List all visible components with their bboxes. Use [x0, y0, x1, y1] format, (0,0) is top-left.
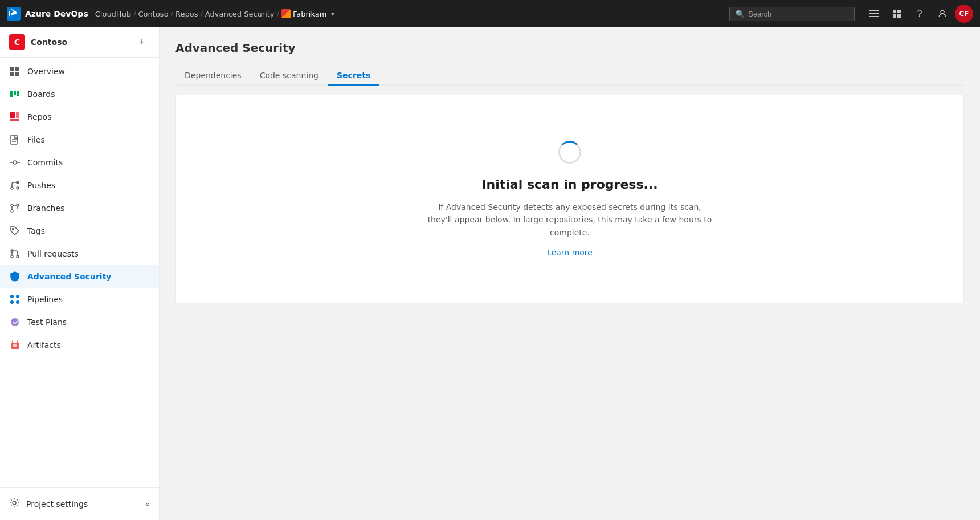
search-box[interactable]: 🔍: [729, 7, 855, 21]
search-input[interactable]: [748, 10, 839, 18]
learn-more-link[interactable]: Learn more: [547, 248, 593, 257]
breadcrumb-repos[interactable]: Repos: [175, 10, 198, 18]
svg-point-35: [16, 295, 19, 298]
svg-point-34: [10, 295, 14, 298]
branches-icon: [9, 202, 21, 214]
user-settings-icon[interactable]: [932, 3, 953, 24]
sidebar-item-label-pipelines: Pipelines: [27, 295, 63, 304]
top-nav: Azure DevOps CloudHub / Contoso / Repos …: [0, 0, 980, 27]
svg-rect-5: [893, 14, 896, 18]
scan-title: Initial scan in progress...: [481, 177, 658, 192]
tags-icon: [9, 225, 21, 237]
svg-point-32: [11, 255, 13, 258]
svg-rect-16: [16, 112, 19, 118]
sidebar: C Contoso + Overview: [0, 27, 160, 520]
svg-point-38: [11, 318, 19, 326]
sidebar-item-tags[interactable]: Tags: [0, 220, 159, 242]
sidebar-item-label-pushes: Pushes: [27, 181, 55, 190]
svg-rect-10: [10, 72, 14, 76]
sidebar-item-branches[interactable]: Branches: [0, 197, 159, 220]
sidebar-item-label-artifacts: Artifacts: [27, 340, 61, 350]
svg-rect-11: [15, 72, 19, 76]
page-title: Advanced Security: [175, 41, 964, 55]
repos-icon: [9, 111, 21, 123]
svg-point-27: [11, 204, 13, 206]
org-name: Contoso: [31, 38, 67, 47]
main-layout: C Contoso + Overview: [0, 27, 980, 520]
svg-point-25: [17, 187, 19, 189]
project-settings-left: Project settings: [9, 498, 88, 510]
sidebar-item-label-pull-requests: Pull requests: [27, 249, 79, 258]
devops-logo: [7, 7, 21, 21]
files-icon: [9, 134, 21, 145]
menu-icon[interactable]: [864, 3, 884, 24]
sidebar-item-label-test-plans: Test Plans: [27, 318, 67, 327]
svg-rect-14: [17, 91, 19, 96]
commits-icon: [9, 157, 21, 168]
repo-selector[interactable]: Fabrikam ▾: [281, 9, 334, 18]
sidebar-item-pushes[interactable]: Pushes: [0, 174, 159, 197]
sidebar-item-overview[interactable]: Overview: [0, 60, 159, 83]
pull-requests-icon: [9, 248, 21, 259]
overview-icon: [9, 66, 21, 77]
sidebar-item-pull-requests[interactable]: Pull requests: [0, 242, 159, 265]
sidebar-item-label-tags: Tags: [27, 226, 45, 235]
pipelines-icon: [9, 294, 21, 305]
org-info: C Contoso: [9, 34, 67, 50]
svg-point-37: [10, 300, 14, 304]
settings-icon: [9, 498, 19, 510]
svg-rect-1: [869, 13, 879, 14]
tab-secrets[interactable]: Secrets: [328, 66, 379, 86]
sidebar-item-commits[interactable]: Commits: [0, 151, 159, 174]
artifacts-icon: [9, 339, 21, 351]
content-area: Advanced Security Dependencies Code scan…: [160, 27, 980, 520]
svg-rect-9: [15, 67, 19, 71]
nav-icons: ? CF: [864, 3, 973, 24]
scan-description: If Advanced Security detects any exposed…: [427, 201, 712, 239]
svg-point-7: [941, 10, 944, 14]
boards-icon: [9, 88, 21, 100]
collapse-icon[interactable]: «: [145, 499, 150, 509]
svg-rect-2: [869, 16, 879, 17]
svg-rect-4: [897, 10, 901, 13]
svg-rect-13: [14, 91, 16, 95]
add-project-button[interactable]: +: [134, 34, 150, 50]
svg-point-41: [13, 501, 16, 505]
breadcrumb-contoso[interactable]: Contoso: [138, 10, 169, 18]
sidebar-item-repos[interactable]: Repos: [0, 105, 159, 128]
loading-spinner: [558, 141, 581, 164]
tab-dependencies[interactable]: Dependencies: [175, 66, 251, 86]
sidebar-org: C Contoso +: [0, 27, 159, 58]
marketplace-icon[interactable]: [887, 3, 907, 24]
sidebar-item-label-repos: Repos: [27, 112, 51, 121]
sidebar-item-boards[interactable]: Boards: [0, 83, 159, 105]
sidebar-item-pipelines[interactable]: Pipelines: [0, 288, 159, 311]
tab-code-scanning[interactable]: Code scanning: [251, 66, 328, 86]
sidebar-item-advanced-security[interactable]: Advanced Security: [0, 265, 159, 288]
sidebar-item-artifacts[interactable]: Artifacts: [0, 334, 159, 356]
svg-rect-15: [10, 112, 15, 118]
pushes-icon: [9, 180, 21, 191]
svg-point-21: [13, 161, 17, 164]
sidebar-item-label-files: Files: [27, 135, 45, 144]
svg-point-33: [17, 255, 19, 258]
breadcrumb: CloudHub / Contoso / Repos / Advanced Se…: [95, 9, 334, 18]
brand-name: Azure DevOps: [25, 9, 88, 18]
user-avatar[interactable]: CF: [955, 5, 973, 23]
svg-rect-40: [13, 344, 17, 347]
sidebar-item-label-commits: Commits: [27, 158, 63, 167]
tabs: Dependencies Code scanning Secrets: [175, 66, 964, 86]
breadcrumb-cloudhub[interactable]: CloudHub: [95, 10, 131, 18]
repo-name: Fabrikam: [293, 10, 326, 18]
help-icon[interactable]: ?: [909, 3, 930, 24]
sidebar-item-test-plans[interactable]: Test Plans: [0, 311, 159, 334]
repo-icon: [281, 9, 291, 18]
sidebar-item-files[interactable]: Files: [0, 128, 159, 151]
sidebar-project-settings[interactable]: Project settings «: [0, 492, 159, 515]
svg-rect-6: [897, 14, 901, 18]
project-settings-label: Project settings: [26, 499, 88, 509]
svg-rect-3: [893, 10, 896, 13]
breadcrumb-advanced-security[interactable]: Advanced Security: [205, 10, 275, 18]
svg-rect-12: [10, 91, 13, 98]
sidebar-item-label-boards: Boards: [27, 90, 55, 99]
